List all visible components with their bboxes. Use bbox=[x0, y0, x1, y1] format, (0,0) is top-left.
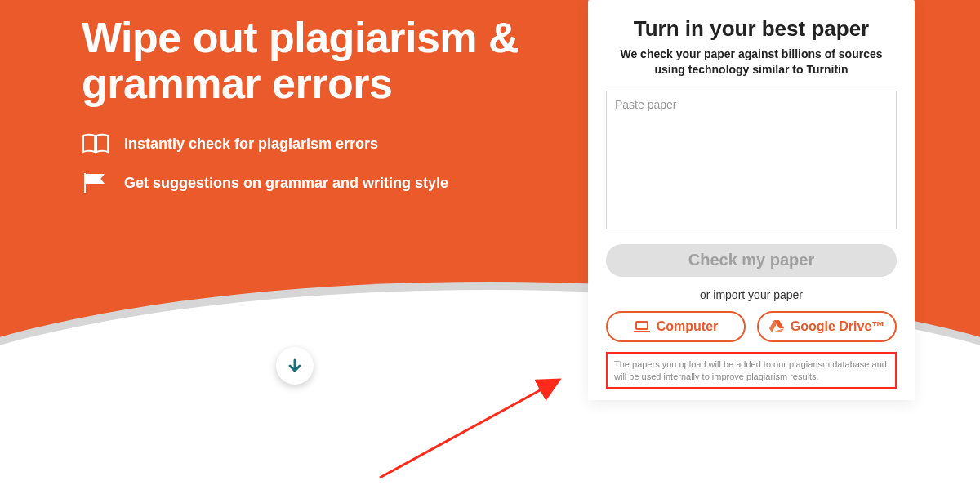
import-computer-button[interactable]: Computer bbox=[606, 311, 746, 342]
feature-plagiarism: Instantly check for plagiarism errors bbox=[82, 132, 531, 155]
import-gdrive-button[interactable]: Google Drive™ bbox=[757, 311, 897, 342]
feature-label: Instantly check for plagiarism errors bbox=[124, 136, 378, 153]
book-icon bbox=[82, 132, 109, 155]
svg-rect-1 bbox=[636, 322, 648, 329]
feature-label: Get suggestions on grammar and writing s… bbox=[124, 175, 448, 192]
import-or-text: or import your paper bbox=[606, 288, 897, 301]
check-paper-card: Turn in your best paper We check your pa… bbox=[588, 0, 915, 400]
disclaimer-text: The papers you upload will be added to o… bbox=[614, 358, 889, 383]
gdrive-icon bbox=[769, 320, 784, 333]
arrow-down-icon bbox=[287, 358, 303, 374]
paste-paper-input[interactable] bbox=[606, 91, 897, 229]
import-computer-label: Computer bbox=[657, 319, 719, 334]
hero-headline: Wipe out plagiarism & grammar errors bbox=[82, 15, 531, 106]
laptop-icon bbox=[634, 321, 650, 332]
check-paper-button[interactable]: Check my paper bbox=[606, 244, 897, 277]
import-gdrive-label: Google Drive™ bbox=[791, 319, 885, 334]
scroll-down-button[interactable] bbox=[276, 347, 314, 385]
card-subtitle: We check your paper against billions of … bbox=[606, 47, 897, 78]
feature-grammar: Get suggestions on grammar and writing s… bbox=[82, 171, 531, 194]
flag-icon bbox=[82, 171, 109, 194]
disclaimer-box: The papers you upload will be added to o… bbox=[606, 352, 897, 389]
card-title: Turn in your best paper bbox=[606, 16, 897, 42]
